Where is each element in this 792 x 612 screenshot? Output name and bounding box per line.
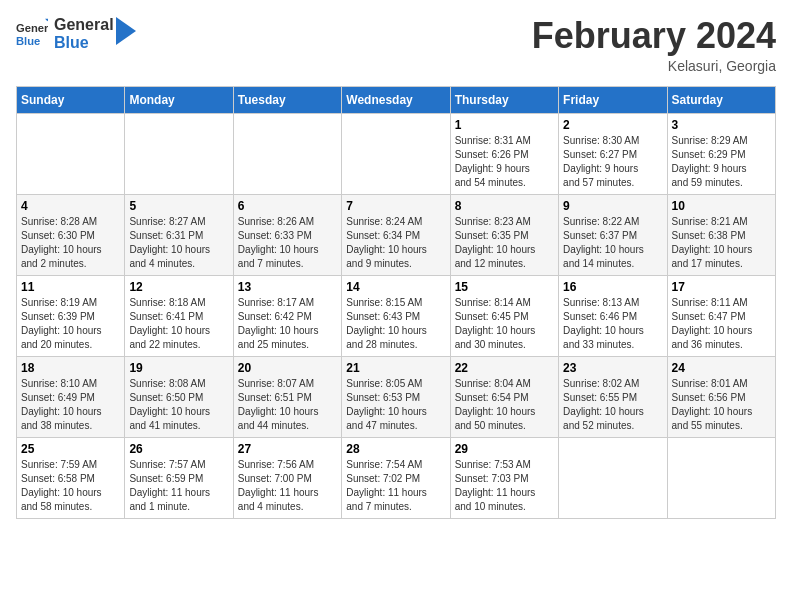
day-number: 17 [672,280,771,294]
calendar-cell: 5Sunrise: 8:27 AM Sunset: 6:31 PM Daylig… [125,194,233,275]
day-info: Sunrise: 8:30 AM Sunset: 6:27 PM Dayligh… [563,134,662,190]
calendar-cell: 12Sunrise: 8:18 AM Sunset: 6:41 PM Dayli… [125,275,233,356]
day-header-saturday: Saturday [667,86,775,113]
location-subtitle: Kelasuri, Georgia [532,58,776,74]
day-info: Sunrise: 8:27 AM Sunset: 6:31 PM Dayligh… [129,215,228,271]
calendar-cell [342,113,450,194]
calendar-cell: 21Sunrise: 8:05 AM Sunset: 6:53 PM Dayli… [342,356,450,437]
day-info: Sunrise: 7:59 AM Sunset: 6:58 PM Dayligh… [21,458,120,514]
calendar-week-row: 11Sunrise: 8:19 AM Sunset: 6:39 PM Dayli… [17,275,776,356]
calendar-cell: 28Sunrise: 7:54 AM Sunset: 7:02 PM Dayli… [342,437,450,518]
day-number: 29 [455,442,554,456]
day-header-friday: Friday [559,86,667,113]
calendar-cell: 24Sunrise: 8:01 AM Sunset: 6:56 PM Dayli… [667,356,775,437]
day-info: Sunrise: 8:15 AM Sunset: 6:43 PM Dayligh… [346,296,445,352]
logo: General Blue General Blue [16,16,140,53]
day-info: Sunrise: 8:07 AM Sunset: 6:51 PM Dayligh… [238,377,337,433]
day-number: 4 [21,199,120,213]
calendar-cell: 16Sunrise: 8:13 AM Sunset: 6:46 PM Dayli… [559,275,667,356]
svg-text:Blue: Blue [16,36,40,48]
calendar-cell: 11Sunrise: 8:19 AM Sunset: 6:39 PM Dayli… [17,275,125,356]
day-header-wednesday: Wednesday [342,86,450,113]
calendar-cell: 10Sunrise: 8:21 AM Sunset: 6:38 PM Dayli… [667,194,775,275]
day-info: Sunrise: 8:22 AM Sunset: 6:37 PM Dayligh… [563,215,662,271]
day-info: Sunrise: 8:28 AM Sunset: 6:30 PM Dayligh… [21,215,120,271]
calendar-cell [125,113,233,194]
month-title: February 2024 [532,16,776,56]
day-number: 21 [346,361,445,375]
day-number: 9 [563,199,662,213]
calendar-cell: 6Sunrise: 8:26 AM Sunset: 6:33 PM Daylig… [233,194,341,275]
day-number: 3 [672,118,771,132]
day-header-tuesday: Tuesday [233,86,341,113]
svg-text:General: General [16,23,48,35]
calendar-cell: 17Sunrise: 8:11 AM Sunset: 6:47 PM Dayli… [667,275,775,356]
calendar-week-row: 1Sunrise: 8:31 AM Sunset: 6:26 PM Daylig… [17,113,776,194]
day-number: 12 [129,280,228,294]
day-number: 15 [455,280,554,294]
day-number: 22 [455,361,554,375]
day-number: 5 [129,199,228,213]
logo-icon: General Blue [16,18,48,50]
calendar-cell [667,437,775,518]
calendar-cell [233,113,341,194]
logo-general: General [54,16,114,34]
calendar-cell: 4Sunrise: 8:28 AM Sunset: 6:30 PM Daylig… [17,194,125,275]
calendar-cell: 25Sunrise: 7:59 AM Sunset: 6:58 PM Dayli… [17,437,125,518]
day-number: 16 [563,280,662,294]
day-number: 10 [672,199,771,213]
calendar-cell: 18Sunrise: 8:10 AM Sunset: 6:49 PM Dayli… [17,356,125,437]
day-info: Sunrise: 8:11 AM Sunset: 6:47 PM Dayligh… [672,296,771,352]
day-number: 24 [672,361,771,375]
day-number: 23 [563,361,662,375]
title-block: February 2024 Kelasuri, Georgia [532,16,776,74]
calendar-cell: 9Sunrise: 8:22 AM Sunset: 6:37 PM Daylig… [559,194,667,275]
day-number: 18 [21,361,120,375]
day-info: Sunrise: 8:31 AM Sunset: 6:26 PM Dayligh… [455,134,554,190]
day-info: Sunrise: 8:04 AM Sunset: 6:54 PM Dayligh… [455,377,554,433]
calendar-cell: 13Sunrise: 8:17 AM Sunset: 6:42 PM Dayli… [233,275,341,356]
day-number: 14 [346,280,445,294]
day-number: 8 [455,199,554,213]
calendar-week-row: 4Sunrise: 8:28 AM Sunset: 6:30 PM Daylig… [17,194,776,275]
calendar-cell: 26Sunrise: 7:57 AM Sunset: 6:59 PM Dayli… [125,437,233,518]
calendar-cell: 19Sunrise: 8:08 AM Sunset: 6:50 PM Dayli… [125,356,233,437]
day-header-monday: Monday [125,86,233,113]
day-info: Sunrise: 7:56 AM Sunset: 7:00 PM Dayligh… [238,458,337,514]
svg-marker-2 [45,19,48,22]
logo-blue: Blue [54,34,114,52]
day-info: Sunrise: 8:14 AM Sunset: 6:45 PM Dayligh… [455,296,554,352]
day-info: Sunrise: 8:02 AM Sunset: 6:55 PM Dayligh… [563,377,662,433]
calendar-cell: 22Sunrise: 8:04 AM Sunset: 6:54 PM Dayli… [450,356,558,437]
calendar-week-row: 25Sunrise: 7:59 AM Sunset: 6:58 PM Dayli… [17,437,776,518]
calendar-header-row: SundayMondayTuesdayWednesdayThursdayFrid… [17,86,776,113]
calendar-cell: 14Sunrise: 8:15 AM Sunset: 6:43 PM Dayli… [342,275,450,356]
day-info: Sunrise: 8:01 AM Sunset: 6:56 PM Dayligh… [672,377,771,433]
day-info: Sunrise: 8:13 AM Sunset: 6:46 PM Dayligh… [563,296,662,352]
day-info: Sunrise: 8:24 AM Sunset: 6:34 PM Dayligh… [346,215,445,271]
day-number: 2 [563,118,662,132]
calendar-cell: 7Sunrise: 8:24 AM Sunset: 6:34 PM Daylig… [342,194,450,275]
day-number: 7 [346,199,445,213]
day-info: Sunrise: 8:26 AM Sunset: 6:33 PM Dayligh… [238,215,337,271]
logo-arrow-icon [116,17,140,45]
day-info: Sunrise: 8:17 AM Sunset: 6:42 PM Dayligh… [238,296,337,352]
day-number: 27 [238,442,337,456]
calendar-cell: 2Sunrise: 8:30 AM Sunset: 6:27 PM Daylig… [559,113,667,194]
day-info: Sunrise: 8:19 AM Sunset: 6:39 PM Dayligh… [21,296,120,352]
calendar-cell: 27Sunrise: 7:56 AM Sunset: 7:00 PM Dayli… [233,437,341,518]
day-number: 25 [21,442,120,456]
day-info: Sunrise: 8:21 AM Sunset: 6:38 PM Dayligh… [672,215,771,271]
calendar-cell: 15Sunrise: 8:14 AM Sunset: 6:45 PM Dayli… [450,275,558,356]
day-info: Sunrise: 8:23 AM Sunset: 6:35 PM Dayligh… [455,215,554,271]
calendar-cell: 1Sunrise: 8:31 AM Sunset: 6:26 PM Daylig… [450,113,558,194]
svg-marker-3 [116,17,136,45]
calendar-cell: 8Sunrise: 8:23 AM Sunset: 6:35 PM Daylig… [450,194,558,275]
calendar-cell [17,113,125,194]
day-number: 19 [129,361,228,375]
day-info: Sunrise: 8:05 AM Sunset: 6:53 PM Dayligh… [346,377,445,433]
calendar-cell: 3Sunrise: 8:29 AM Sunset: 6:29 PM Daylig… [667,113,775,194]
calendar-week-row: 18Sunrise: 8:10 AM Sunset: 6:49 PM Dayli… [17,356,776,437]
day-number: 20 [238,361,337,375]
day-info: Sunrise: 7:57 AM Sunset: 6:59 PM Dayligh… [129,458,228,514]
